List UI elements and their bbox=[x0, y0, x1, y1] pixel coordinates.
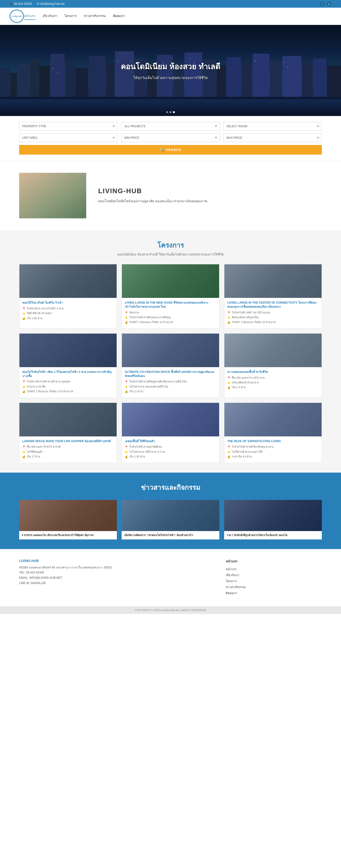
search-button[interactable]: 🔍 SEARCH bbox=[19, 145, 322, 155]
project-title-7[interactable]: LARGER SPACE MAKE YOUR LIFE HAPPIER ห้อง… bbox=[22, 439, 114, 443]
hero-dot-3[interactable] bbox=[173, 111, 175, 113]
footer: LIVING-HUB 40/260 ถนนพระยาสุรินทร์ 40 แข… bbox=[0, 549, 341, 606]
news-title: ข่าวสารและกิจกรรม bbox=[19, 482, 322, 493]
project-detail-3-0: 📍ใกล้รถไฟฟ้า MRT สถานีบ้านแบน bbox=[227, 311, 319, 315]
search-icon: 🔍 bbox=[160, 148, 164, 152]
project-title-4[interactable]: คอนโดใกล้รถไฟฟ้า เพียง 1 กิโลเมตรรถไฟฟ้า… bbox=[22, 370, 114, 378]
project-image-4 bbox=[20, 334, 116, 367]
project-detail-4-2: 💰START 1 ห้องนอน เริ่มต้น 3.75 ล้านบาท bbox=[22, 390, 114, 394]
project-detail-7-2: 💰เริ่ม 17 ล้าน bbox=[22, 455, 114, 459]
nav-link-about[interactable]: เกี่ยวกับเรา bbox=[43, 12, 57, 20]
svg-rect-35 bbox=[255, 61, 256, 61]
price-icon: 💰 bbox=[22, 455, 26, 459]
phone-icon-area: 📞 06-424-32345 bbox=[9, 2, 32, 5]
unit-area-select[interactable]: UNIT AREA bbox=[19, 133, 117, 142]
project-card-4: คอนโดใกล้รถไฟฟ้า เพียง 1 กิโลเมตรรถไฟฟ้า… bbox=[19, 333, 117, 398]
pinterest-icon[interactable]: p bbox=[327, 1, 332, 6]
logo[interactable]: Living Hub bbox=[9, 9, 24, 23]
news-title-1[interactable]: 4 STEPS แต่งคอนโด เลือกเฟอร์นิเจอร์อย่าง… bbox=[22, 533, 114, 537]
footer-nav-contact[interactable]: ติดต่อเรา bbox=[226, 591, 322, 595]
search-row-1: PROPERTY TYPE ALL PROJECTS SELECT ROOM bbox=[19, 122, 322, 131]
svg-rect-29 bbox=[58, 73, 58, 73]
project-title-2[interactable]: LIVING LARGE IN THE NEW OASIS ชีวิตสนามแ… bbox=[125, 301, 216, 309]
footer-tel-value: 06-424-32345 bbox=[26, 571, 44, 574]
svg-rect-30 bbox=[117, 61, 118, 61]
price-icon: 💰 bbox=[125, 455, 128, 459]
projects-subtitle: คอนโดมิเนียม ห้องสวย ทำเลดี ให้ทุกวันเต็… bbox=[19, 252, 322, 257]
project-detail-2-0: 📍อิสรภาพ bbox=[125, 311, 216, 315]
svg-rect-21 bbox=[253, 54, 269, 97]
project-detail-7-0: 📍พื้น 400 แมตร ถึง BTS สวรรค์ bbox=[22, 445, 114, 449]
svg-rect-2 bbox=[10, 73, 17, 97]
footer-nav-title: หน้าแรก bbox=[226, 559, 322, 564]
project-card-5: ULTIMATE CO-CREATION SPACE พื้นที่สร้างส… bbox=[122, 333, 219, 398]
location-icon: 📍 bbox=[22, 445, 26, 449]
project-card-8: เอชทุกพื้นที่ ใช้ชีวิตลงตัว 📍ใกล้รถไฟฟ้า… bbox=[122, 403, 219, 463]
footer-nav-news[interactable]: ข่าวสารกิจกรรม bbox=[226, 585, 322, 589]
news-info-1: 4 STEPS แต่งคอนโด เลือกเฟอร์นิเจอร์อย่าง… bbox=[19, 531, 117, 539]
svg-rect-7 bbox=[65, 61, 75, 97]
project-detail-9-2: 💰ราคาเริ่ม 4.6 ล้าน bbox=[227, 455, 319, 459]
nav-links: หน้าแรก เกี่ยวกับเรา โครงการ ข่าวสารกิจก… bbox=[24, 12, 125, 20]
project-title-6[interactable]: ความสองของของพื้นที่ ชาร์จชีวิต bbox=[227, 370, 319, 374]
footer-bottom: COPYRIGHT © 2018 LIVING-HUB ALL RIGHTS R… bbox=[0, 606, 341, 614]
footer-email-label: EMAIL: bbox=[19, 576, 29, 580]
news-title-2[interactable]: เมื่อมีความคิดอยาก "เช่าคอนโดใกล้รถไฟฟ้า… bbox=[124, 533, 217, 537]
project-detail-4-0: 📍ใกล้สถานีรถไฟฟ้าสายน้ำตาล-อุดมสุข bbox=[22, 380, 114, 384]
phone-icon: 📞 bbox=[9, 2, 13, 5]
star-icon: ⭐ bbox=[22, 312, 26, 315]
footer-nav-projects[interactable]: โครงการ bbox=[226, 579, 322, 583]
project-detail-1-1: ⭐ให้ฟ้าสีฟ้าฟ้า ด้านหน้า bbox=[22, 312, 114, 315]
svg-rect-8 bbox=[75, 68, 88, 97]
nav-link-home[interactable]: หน้าแรก bbox=[24, 12, 35, 20]
news-image-2 bbox=[122, 500, 219, 531]
svg-rect-24 bbox=[302, 63, 313, 97]
project-image-1 bbox=[20, 264, 116, 298]
project-title-9[interactable]: THE PEAK OF SOPHISTICATED LIVING bbox=[227, 439, 319, 443]
svg-rect-6 bbox=[50, 54, 65, 97]
star-icon: ⭐ bbox=[227, 381, 231, 384]
nav-link-contact[interactable]: ติดต่อเรา bbox=[113, 12, 125, 20]
location-icon: 📍 bbox=[22, 307, 26, 311]
email-address: info@living-hub.net bbox=[40, 2, 64, 5]
location-icon: 📍 bbox=[227, 376, 231, 380]
footer-nav-home[interactable]: หน้าแรก bbox=[226, 567, 322, 571]
project-image-5 bbox=[122, 334, 219, 367]
project-title-3[interactable]: LIVING LARGE IN THE CENTER OF CONNECTIVI… bbox=[227, 301, 319, 309]
about-section: LIVING-HUB ตอบโจทย์ทุกไลฟ์สไตล์ของการอยู… bbox=[0, 161, 341, 230]
project-title-1[interactable]: คอนโด้ใหม่ สไลด์ โมเดิร์น วิวเจ้า bbox=[22, 301, 114, 305]
svg-rect-4 bbox=[30, 59, 39, 97]
project-detail-1-2: 💰เริ่ม 1.99 ล้าน bbox=[22, 317, 114, 320]
nav-link-news[interactable]: ข่าวสารกิจกรรม bbox=[84, 12, 106, 20]
footer-nav-about[interactable]: เกี่ยวกับเรา bbox=[226, 573, 322, 577]
news-title-3[interactable]: รวม 7 อับดับสิ่งที่ลูกค้าอยากได้ยากในเมื… bbox=[227, 533, 319, 537]
project-info-1: คอนโด้ใหม่ สไลด์ โมเดิร์น วิวเจ้า 📍ใกล้ท… bbox=[20, 298, 116, 324]
nav-link-projects[interactable]: โครงการ bbox=[64, 12, 77, 20]
top-bar-left: 📞 06-424-32345 ✉ info@living-hub.net bbox=[9, 2, 64, 5]
svg-rect-23 bbox=[282, 56, 302, 97]
svg-rect-10 bbox=[106, 63, 114, 97]
min-price-select[interactable]: MIN PRICE bbox=[121, 133, 219, 142]
copyright-text: COPYRIGHT © 2018 LIVING-HUB ALL RIGHTS R… bbox=[135, 609, 206, 612]
hero-dot-1[interactable] bbox=[166, 111, 168, 113]
project-card-3: LIVING LARGE IN THE CENTER OF CONNECTIVI… bbox=[224, 264, 322, 329]
svg-rect-27 bbox=[0, 99, 341, 116]
project-info-7: LARGER SPACE MAKE YOUR LIFE HAPPIER ห้อง… bbox=[20, 436, 116, 463]
facebook-icon[interactable]: f bbox=[320, 1, 325, 6]
project-title-8[interactable]: เอชทุกพื้นที่ ใช้ชีวิตลงตัว bbox=[125, 439, 216, 443]
all-projects-select[interactable]: ALL PROJECTS bbox=[121, 122, 219, 131]
location-icon: 📍 bbox=[227, 445, 231, 449]
hero-dot-2[interactable] bbox=[170, 111, 171, 113]
property-type-select[interactable]: PROPERTY TYPE bbox=[19, 122, 117, 131]
star-icon: ⭐ bbox=[22, 450, 26, 454]
price-icon: 💰 bbox=[227, 386, 231, 390]
project-card-6: ความสองของของพื้นที่ ชาร์จชีวิต 📍พื้น 25… bbox=[224, 333, 322, 398]
project-title-5[interactable]: ULTIMATE CO-CREATION SPACE พื้นที่สร้างส… bbox=[125, 370, 216, 378]
footer-address: 40/260 ถนนพระยาสุรินทร์ 40 แขวงสามวาวาระ… bbox=[19, 565, 211, 570]
news-title-area: ข่าวสารและกิจกรรม bbox=[19, 482, 322, 493]
max-price-select[interactable]: MAX PRICE bbox=[224, 133, 322, 142]
svg-rect-36 bbox=[284, 62, 284, 63]
project-info-9: THE PEAK OF SOPHISTICATED LIVING 📍ใกล้รถ… bbox=[225, 436, 321, 463]
select-room-select[interactable]: SELECT ROOM bbox=[224, 122, 322, 131]
price-icon: 💰 bbox=[22, 390, 26, 394]
